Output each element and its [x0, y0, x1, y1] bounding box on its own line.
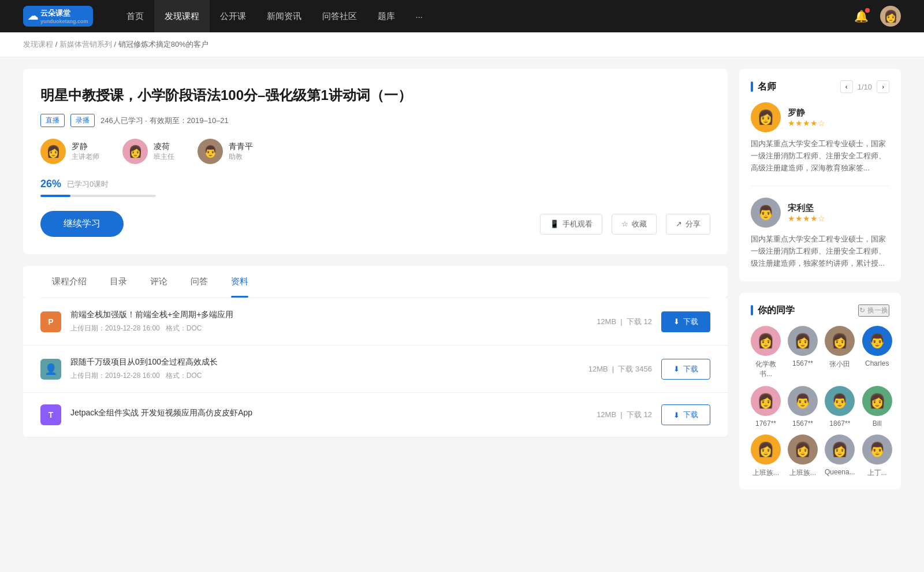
classmate-avatar-1: 👩	[788, 326, 818, 356]
badge-live: 直播	[40, 114, 65, 127]
main-layout: 明星中教授课，小学阶段语法100分–强化级第1讲动词（一） 直播 录播 246人…	[0, 57, 924, 512]
nav-items: 首页 发现课程 公开课 新闻资讯 问答社区 题库 ···	[116, 0, 854, 32]
mobile-icon: 📱	[550, 220, 559, 228]
classmate-name-11: 上丁...	[867, 468, 887, 478]
classmate-7[interactable]: 👩 Bill	[862, 386, 892, 428]
page-indicator: 1/10	[858, 83, 872, 91]
teacher-1-name: 凌荷	[154, 142, 174, 152]
page-nav-area: ‹ 1/10 ›	[840, 80, 889, 93]
page-prev-button[interactable]: ‹	[840, 80, 853, 93]
classmate-name-8: 上班族...	[752, 468, 779, 478]
logo-text: 云朵课堂	[40, 9, 70, 17]
download-icon-0: ⬇	[673, 317, 680, 326]
refresh-classmates-button[interactable]: ↻ 换一换	[858, 304, 889, 317]
collect-button[interactable]: ☆ 收藏	[612, 214, 657, 235]
resource-meta-0: 上传日期：2019-12-28 16:00 格式：DOC	[70, 324, 587, 333]
logo-area[interactable]: ☁ 云朵课堂 yunduoketang.com	[23, 6, 93, 27]
resource-info-2: Jetpack全组件实战 开发短视频应用高仿皮皮虾App	[70, 408, 587, 422]
resource-icon-1: 👤	[40, 359, 61, 380]
nav-more[interactable]: ···	[405, 0, 434, 32]
mobile-watch-button[interactable]: 📱 手机观看	[540, 214, 602, 235]
badge-record: 录播	[70, 114, 95, 127]
teacher-1-role: 班主任	[154, 152, 174, 162]
nav-qa[interactable]: 问答社区	[312, 0, 367, 32]
classmate-avatar-2: 👩	[825, 326, 855, 356]
download-button-2[interactable]: ⬇ 下载	[661, 404, 710, 425]
resource-name-0: 前端全栈加强版！前端全栈+全周期+多端应用	[70, 310, 587, 320]
tab-catalog[interactable]: 目录	[98, 266, 139, 298]
tabs-section: 课程介绍 目录 评论 问答 资料	[23, 266, 728, 298]
refresh-area: ↻ 换一换	[858, 304, 889, 317]
classmate-avatar-5: 👨	[788, 386, 818, 416]
classmate-avatar-0: 👩	[751, 326, 781, 356]
tab-intro[interactable]: 课程介绍	[40, 266, 98, 298]
classmate-name-1: 1567**	[792, 359, 813, 367]
refresh-icon: ↻	[859, 306, 865, 314]
download-button-0[interactable]: ⬇ 下载	[661, 311, 710, 332]
progress-label: 已学习0课时	[67, 179, 109, 190]
breadcrumb-discover[interactable]: 发现课程	[23, 40, 53, 49]
classmate-avatar-7: 👩	[862, 386, 892, 416]
nav-news[interactable]: 新闻资讯	[256, 0, 312, 32]
classmate-0[interactable]: 👩 化学教书...	[751, 326, 781, 379]
classmate-6[interactable]: 👨 1867**	[825, 386, 855, 428]
teacher-card-avatar-0: 👩	[751, 102, 781, 132]
classmate-8[interactable]: 👩 上班族...	[751, 434, 781, 478]
tab-review[interactable]: 评论	[139, 266, 179, 298]
teacher-card-name-0: 罗静	[788, 107, 825, 118]
course-title: 明星中教授课，小学阶段语法100分–强化级第1讲动词（一）	[40, 86, 710, 105]
user-avatar[interactable]: 👩	[880, 6, 901, 27]
teachers-sidebar-card: 名师 ‹ 1/10 › 👩 罗静 ★★★★☆	[739, 69, 901, 281]
classmate-name-5: 1567**	[792, 419, 813, 428]
teacher-0-role: 主讲老师	[72, 152, 99, 162]
title-bar-accent-2	[751, 305, 753, 315]
classmate-name-9: 上班族...	[789, 468, 816, 478]
classmate-9[interactable]: 👩 上班族...	[788, 434, 818, 478]
continue-study-button[interactable]: 继续学习	[40, 211, 124, 237]
tab-qa[interactable]: 问答	[179, 266, 219, 298]
classmate-name-10: Queena...	[825, 468, 855, 476]
classmate-name-0: 化学教书...	[751, 359, 781, 379]
notification-dot	[865, 8, 870, 13]
action-buttons: 📱 手机观看 ☆ 收藏 ↗ 分享	[540, 214, 710, 235]
classmate-1[interactable]: 👩 1567**	[788, 326, 818, 379]
progress-percent: 26%	[40, 178, 61, 190]
nav-right: 🔔 👩	[854, 6, 901, 27]
progress-bar-fill	[40, 195, 70, 197]
progress-header: 26% 已学习0课时	[40, 178, 710, 190]
teacher-card-0: 👩 罗静 ★★★★☆ 国内某重点大学安全工程专业硕士，国家一级注册消防工程师、注…	[751, 102, 889, 186]
share-button[interactable]: ↗ 分享	[666, 214, 710, 235]
notification-bell[interactable]: 🔔	[854, 9, 869, 23]
classmate-name-2: 张小田	[829, 359, 850, 369]
progress-section: 26% 已学习0课时	[40, 178, 710, 197]
classmate-5[interactable]: 👨 1567**	[788, 386, 818, 428]
page-next-button[interactable]: ›	[877, 80, 889, 93]
classmate-3[interactable]: 👨 Charles	[862, 326, 892, 379]
course-actions: 继续学习 📱 手机观看 ☆ 收藏 ↗ 分享	[40, 211, 710, 237]
nav-discover[interactable]: 发现课程	[154, 0, 210, 32]
classmate-avatar-4: 👩	[751, 386, 781, 416]
logo-icon: ☁	[28, 10, 38, 23]
teacher-card-header-0: 👩 罗静 ★★★★☆	[751, 102, 889, 132]
classmate-10[interactable]: 👩 Queena...	[825, 434, 855, 478]
classmate-4[interactable]: 👩 1767**	[751, 386, 781, 428]
classmate-11[interactable]: 👨 上丁...	[862, 434, 892, 478]
classmate-name-4: 1767**	[755, 419, 776, 428]
tab-resource[interactable]: 资料	[219, 266, 260, 298]
course-badges: 直播 录播 246人已学习 · 有效期至：2019–10–21	[40, 114, 710, 127]
breadcrumb-series[interactable]: 新媒体营销系列	[59, 40, 112, 49]
download-button-1[interactable]: ⬇ 下载	[661, 359, 710, 380]
resource-name-2: Jetpack全组件实战 开发短视频应用高仿皮皮虾App	[70, 408, 587, 418]
teacher-card-stars-0: ★★★★☆	[788, 118, 825, 128]
nav-home[interactable]: 首页	[116, 0, 154, 32]
classmate-name-7: Bill	[873, 419, 882, 428]
nav-open[interactable]: 公开课	[210, 0, 256, 32]
breadcrumb: 发现课程 / 新媒体营销系列 / 销冠修炼术摘定80%的客户	[0, 32, 924, 57]
nav-quiz[interactable]: 题库	[367, 0, 405, 32]
classmate-2[interactable]: 👩 张小田	[825, 326, 855, 379]
teachers-sidebar-title: 名师 ‹ 1/10 ›	[751, 80, 889, 93]
teacher-card-1: 👨 宋利坚 ★★★★☆ 国内某重点大学安全工程专业硕士，国家一级注册消防工程师、…	[751, 198, 889, 269]
teacher-1: 👩 凌荷 班主任	[122, 139, 174, 164]
teacher-1-avatar: 👩	[122, 139, 148, 164]
teacher-card-desc-0: 国内某重点大学安全工程专业硕士，国家一级注册消防工程师、注册安全工程师、高级注册…	[751, 138, 889, 174]
